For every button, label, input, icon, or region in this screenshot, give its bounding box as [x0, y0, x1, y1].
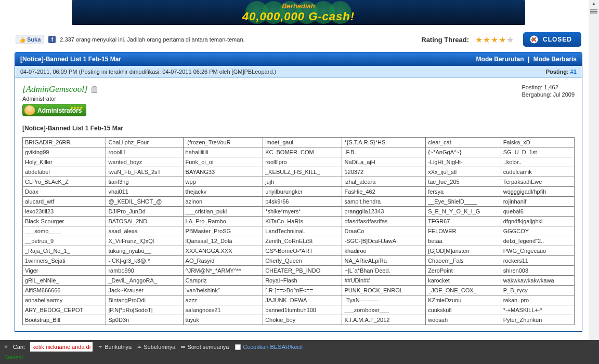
table-cell: [-R-]==>Bo^nE<==: [263, 286, 342, 295]
table-cell: Pyter_Zhunkun: [501, 315, 574, 325]
table-cell: .F.B.: [342, 147, 426, 157]
table-cell: *{S.T.A.R.S}*HS: [342, 138, 426, 147]
find-status: Selesai: [0, 354, 599, 362]
table-cell: thejackv: [183, 187, 263, 197]
table-cell: DJIPro_JunDd: [106, 207, 183, 217]
table-cell: wanted_boyz: [106, 157, 183, 167]
table-cell: jujh: [263, 177, 342, 187]
table-cell: clear_cat: [426, 138, 501, 147]
promo-banner[interactable]: Berhadiah 40,000,000 G-cash!: [72, 0, 525, 25]
table-row: _Raja_Cit_No_1_ tukang_nyabu__XXX.ANGGA.…: [23, 246, 575, 256]
table-cell: Viger: [23, 266, 106, 276]
table-cell: TFGR67: [426, 217, 501, 226]
right-scrollbar[interactable]: ▲: [589, 0, 599, 340]
table-row: gviking99rooollll hahaiiiiiiiiKC_BOMER_C…: [23, 147, 575, 157]
banned-list-table: BRIGADIR_26RRChaLiiphz_Four-(frozen_TreV…: [22, 137, 575, 325]
thread-header: [Notice]-Banned List 1 Feb-15 Mar Mode B…: [15, 52, 582, 66]
table-cell: Funk_oi_oi: [183, 157, 263, 167]
find-input[interactable]: [30, 342, 93, 352]
star-icon: ★: [506, 35, 514, 45]
table-cell: [G]OD[M]ansten: [426, 246, 501, 256]
table-row: alucard_wtf@_KEDIL_SHOT_@azinonp4sk9r66s…: [23, 197, 575, 207]
closed-button[interactable]: CLOSED: [523, 32, 581, 47]
highlight-all-button[interactable]: Sorot semuanya: [180, 344, 229, 350]
table-cell: DraaCo: [342, 226, 426, 236]
post-number-link[interactable]: #1: [570, 69, 577, 75]
table-cell: ##UDin##: [342, 276, 426, 286]
table-cell: izhal_ateara: [342, 177, 426, 187]
table-cell: rooollll: [106, 147, 183, 157]
offline-icon: [92, 86, 97, 93]
table-cell: abdelabel: [23, 167, 106, 177]
table-cell: ___zoroboxer___: [342, 305, 426, 315]
find-next-button[interactable]: Berikutnya: [98, 344, 132, 350]
table-cell: betaa: [426, 236, 501, 246]
table-row: lexo23till23 DJIPro_JunDd___cristian_puk…: [23, 207, 575, 217]
mode-sequential-link[interactable]: Mode Berurutan: [476, 56, 524, 63]
table-cell: -TyaN----------: [342, 295, 426, 305]
table-cell: shiren008: [501, 266, 574, 276]
rating-label: Rating Thread:: [421, 36, 469, 44]
table-row: ARY_BEDOG_CEPOT|P.N|*pRo|SodoT|salangnos…: [23, 305, 575, 315]
table-cell: SG_U_D_1st: [501, 147, 574, 157]
table-cell: -(frozen_TreVouR: [183, 138, 263, 147]
table-cell: KZmieOzunu: [426, 295, 501, 305]
table-cell: PUNK_ROCK_ENROL: [342, 286, 426, 295]
arrow-up-icon: [137, 344, 142, 349]
find-prev-button[interactable]: Sebelumnya: [137, 344, 175, 350]
author-post-count: Posting: 1,462: [522, 84, 575, 90]
table-cell: Chokie_boy: [263, 315, 342, 325]
table-cell: cudelcamik: [501, 167, 574, 177]
table-cell: GGGCOY: [501, 226, 574, 236]
table-cell: tuyuk: [183, 315, 263, 325]
table-cell: GS*-BorneO-*ART: [263, 246, 342, 256]
table-cell: annabellaarmy: [23, 295, 106, 305]
table-cell: gRiL_eNNie_: [23, 276, 106, 286]
table-cell: wqgggigadl/hpfih: [501, 187, 574, 197]
post-title: [Notice]-Banned List 1 Feb-15 Mar: [22, 125, 575, 132]
rating-stars[interactable]: ★ ★ ★ ★ ★: [475, 35, 514, 45]
table-cell: 'van'helshink": [183, 286, 263, 295]
table-cell: Cherly_Queen: [263, 256, 342, 266]
table-cell: dfgndfkjgaljghkl: [501, 217, 574, 226]
table-cell: hahaiiiiiiii: [183, 147, 263, 157]
table-cell: ChaLiiphz_Four: [106, 138, 183, 147]
like-button[interactable]: Suka: [16, 35, 44, 44]
social-text: 2.337 orang menyukai ini. Jadilah orang …: [60, 36, 244, 43]
table-cell: rockers11: [501, 256, 574, 266]
find-close-button[interactable]: ×: [4, 343, 8, 350]
mode-inline-link[interactable]: Mode Berbaris: [533, 56, 577, 63]
scroll-options-icon[interactable]: [590, 8, 597, 15]
author-role: Administrator: [22, 96, 97, 102]
table-cell: 120372: [342, 167, 426, 177]
table-cell: S_E_N_Y_O_K_I_G: [426, 207, 501, 217]
table-cell: gviking99: [23, 147, 106, 157]
scroll-up-icon[interactable]: ▲: [590, 0, 597, 7]
star-icon: ★: [491, 35, 498, 45]
table-cell: Black-Scourger-: [23, 217, 106, 226]
author-name[interactable]: AdminGemscool: [22, 84, 88, 94]
table-cell: -|CK|-g!3_k3@.*: [106, 256, 183, 266]
table-cell: xXx_ijul_stl: [426, 167, 501, 177]
star-icon: ★: [499, 35, 506, 45]
table-cell: BATOSAI_2ND: [106, 217, 183, 226]
table-cell: {~*AnGgA*~}: [426, 147, 501, 157]
table-cell: Holy_Killer: [23, 157, 106, 167]
table-cell: asad_alexa: [106, 226, 183, 236]
table-cell: _DeviL_AnggoRA_: [106, 276, 183, 286]
table-cell: banned1tumbuh100: [263, 305, 342, 315]
table-cell: ~|L`a*Bhan`Deed.: [342, 266, 426, 276]
table-cell: p4sk9r66: [263, 197, 342, 207]
table-cell: azzz: [183, 295, 263, 305]
table-cell: NA_ARieALpiRa: [342, 256, 426, 266]
table-cell: -LigHt_NigHt-: [426, 157, 501, 167]
table-cell: __Eye_ShielD____: [426, 197, 501, 207]
table-cell: NaDiLa_ajH: [342, 157, 426, 167]
table-cell: __petrus_9: [23, 236, 106, 246]
table-cell: _Raja_Cit_No_1_: [23, 246, 106, 256]
table-row: ___somo____asad_alexaPBMaster_ProSGLandT…: [23, 226, 575, 236]
match-case-checkbox[interactable]: Cocokkan BESAR/kecil: [235, 344, 303, 350]
table-cell: khadiroo: [342, 246, 426, 256]
table-cell: 1winners_Sejati: [23, 256, 106, 266]
table-cell: tianf3ng: [106, 177, 183, 187]
